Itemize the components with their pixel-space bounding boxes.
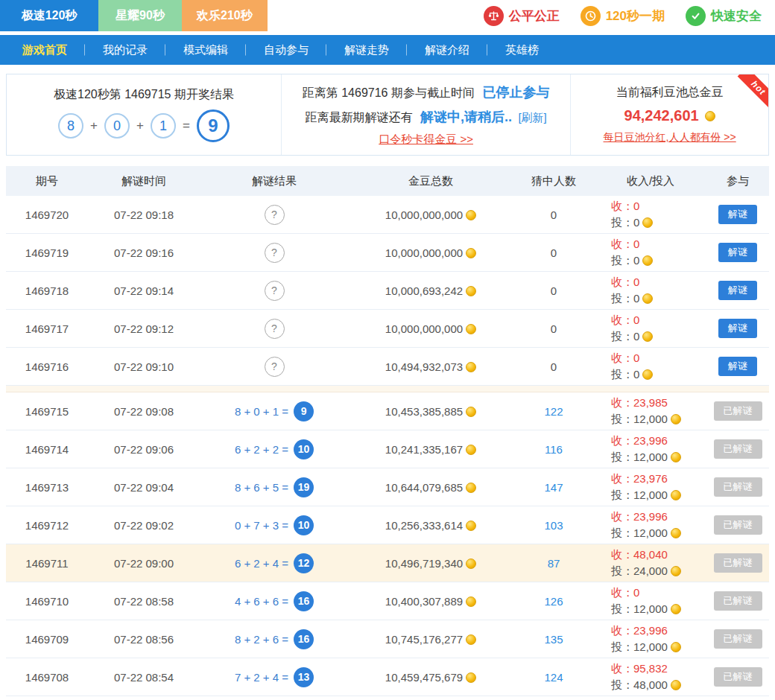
invest-line: 投：12,000 — [611, 489, 706, 503]
issue-number: 1469708 — [6, 671, 88, 684]
tab-speed-120s[interactable]: 极速120秒 — [0, 0, 98, 31]
total-beans: 10,496,719,340 — [349, 557, 513, 570]
deadline-text: 距离第 1469716 期参与截止时间 — [303, 86, 475, 99]
solving-text: 距离最新期解谜还有 — [305, 111, 412, 124]
tab-happy-210s[interactable]: 欢乐210秒 — [182, 0, 268, 31]
issue-number: 1469709 — [6, 633, 88, 646]
draw-time: 07-22 08:58 — [88, 595, 200, 608]
income-invest-cell: 收：48,040投：24,000 — [595, 548, 706, 579]
solve-button[interactable]: 解谜 — [718, 205, 757, 224]
nav-item-auto-join[interactable]: 自动参与 — [246, 43, 326, 57]
coin-icon — [642, 331, 653, 342]
coin-icon — [466, 362, 476, 372]
result-equation: 6 + 2 + 4 = — [235, 557, 288, 570]
table-row: 146971507-22 09:088 + 0 + 1 =910,453,385… — [6, 392, 769, 430]
result-equation: 0 + 7 + 3 = — [235, 519, 288, 532]
tab-star-90s[interactable]: 星耀90秒 — [98, 0, 182, 31]
result-circle: 16 — [294, 629, 314, 649]
income-invest-cell: 收：0投：0 — [595, 238, 706, 268]
header-winners: 猜中人数 — [513, 174, 595, 188]
result-cell: 8 + 2 + 6 =16 — [200, 629, 349, 649]
action-cell: 已解谜 — [706, 553, 769, 573]
income-invest-cell: 收：0投：0 — [595, 200, 706, 230]
table-row: 146971707-22 09:12?10,000,000,0000收：0投：0… — [6, 310, 769, 348]
result-equation: 8 + 2 + 6 = — [235, 633, 288, 646]
total-beans: 10,241,335,167 — [349, 443, 513, 456]
pending-result-icon: ? — [265, 205, 285, 225]
result-cell: 7 + 2 + 4 =13 — [200, 667, 349, 687]
nav-item-mode-edit[interactable]: 模式编辑 — [165, 43, 246, 57]
countdown-section: 距离第 1469716 期参与截止时间 已停止参与 距离最新期解谜还有 解谜中,… — [281, 74, 570, 155]
nav-item-home[interactable]: 游戏首页 — [4, 43, 85, 57]
issue-number: 1469710 — [6, 595, 88, 608]
draw-time: 07-22 09:12 — [88, 322, 200, 335]
solve-button[interactable]: 解谜 — [718, 319, 757, 338]
action-cell: 解谜 — [706, 281, 769, 300]
winners-count: 135 — [513, 633, 595, 646]
result-equation: 4 + 6 + 6 = — [235, 595, 288, 608]
coin-icon — [671, 490, 681, 500]
coin-icon — [671, 680, 681, 690]
refresh-link[interactable]: [刷新] — [518, 111, 546, 124]
header-action: 参与 — [706, 174, 769, 188]
coin-icon — [642, 217, 653, 228]
invest-line: 投：0 — [611, 216, 706, 230]
coin-icon — [466, 210, 476, 220]
total-beans: 10,000,693,242 — [349, 284, 513, 297]
result-circle: 12 — [294, 553, 314, 573]
winners-count: 147 — [513, 481, 595, 494]
coin-icon — [466, 286, 476, 296]
winners-count: 0 — [513, 284, 595, 297]
draw-equation: 8 + 0 + 1 = 9 — [58, 109, 230, 142]
total-beans: 10,000,000,000 — [349, 322, 513, 335]
solved-button: 已解谜 — [714, 629, 762, 649]
coin-icon — [705, 111, 715, 121]
invest-line: 投：0 — [611, 330, 706, 344]
result-equation: 6 + 2 + 2 = — [235, 443, 288, 456]
action-cell: 已解谜 — [706, 591, 769, 611]
pool-amount-value: 94,242,601 — [624, 107, 699, 124]
trust-badges: 公平公正 120秒一期 快速安全 — [484, 0, 775, 31]
coin-icon — [466, 324, 476, 334]
table-header: 期号 解谜时间 解谜结果 金豆总数 猜中人数 收入/投入 参与 — [6, 166, 769, 196]
income-line: 收：0 — [611, 314, 706, 328]
coin-icon — [466, 407, 476, 417]
income-invest-cell: 收：23,996投：12,000 — [595, 510, 706, 541]
result-circle: 10 — [294, 439, 314, 459]
dividend-link[interactable]: 每日豆池分红,人人都有份 >> — [604, 131, 736, 144]
nav-item-intro[interactable]: 解谜介绍 — [407, 43, 487, 57]
income-invest-cell: 收：0投：12,000 — [595, 586, 706, 617]
table-row: 146971607-22 09:10?10,494,932,0730收：0投：0… — [6, 348, 769, 386]
total-beans: 10,644,079,685 — [349, 481, 513, 494]
solve-button[interactable]: 解谜 — [718, 357, 757, 376]
action-cell: 已解谜 — [706, 477, 769, 497]
draw-time: 07-22 08:54 — [88, 671, 200, 684]
income-invest-cell: 收：0投：0 — [595, 314, 706, 344]
income-line: 收：95,832 — [611, 662, 706, 676]
coin-icon — [466, 559, 476, 569]
solved-button: 已解谜 — [714, 439, 762, 459]
action-cell: 已解谜 — [706, 401, 769, 421]
table-row: 146971407-22 09:066 + 2 + 2 =1010,241,33… — [6, 430, 769, 468]
badge-label: 公平公正 — [509, 7, 560, 25]
solved-button: 已解谜 — [714, 515, 762, 535]
nav-item-trend[interactable]: 解谜走势 — [326, 43, 407, 57]
nav-item-hero-board[interactable]: 英雄榜 — [487, 43, 557, 57]
solved-button: 已解谜 — [714, 667, 762, 687]
coin-icon — [466, 521, 476, 531]
draw-time: 07-22 09:16 — [88, 246, 200, 259]
solve-button[interactable]: 解谜 — [718, 243, 757, 262]
action-cell: 解谜 — [706, 319, 769, 338]
pending-result-icon: ? — [265, 319, 285, 339]
coin-icon — [466, 483, 476, 493]
draw-time: 07-22 09:06 — [88, 443, 200, 456]
table-row: 146971007-22 08:584 + 6 + 6 =1610,400,30… — [6, 582, 769, 620]
latest-draw-section: 极速120秒第 1469715 期开奖结果 8 + 0 + 1 = 9 — [7, 74, 281, 155]
income-line: 收：23,976 — [611, 472, 706, 486]
promo-link[interactable]: 口令秒卡得金豆 >> — [379, 133, 473, 147]
nav-item-my-records[interactable]: 我的记录 — [85, 43, 165, 57]
table-body: 146972007-22 09:18?10,000,000,0000收：0投：0… — [6, 196, 769, 696]
deadline-line: 距离第 1469716 期参与截止时间 已停止参与 — [303, 83, 550, 101]
solve-button[interactable]: 解谜 — [718, 281, 757, 300]
income-line: 收：0 — [611, 586, 706, 600]
